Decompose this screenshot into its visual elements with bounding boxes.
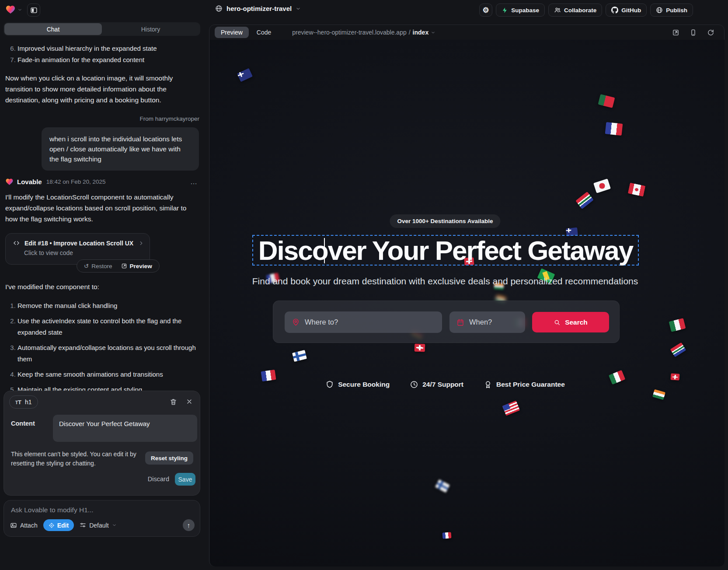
project-switcher[interactable]: hero-optimizer-travel (215, 5, 301, 12)
content-label: Content (11, 420, 35, 427)
github-icon (611, 7, 618, 14)
image-icon (10, 522, 17, 529)
content-field[interactable]: Discover Your Perfect Getaway (53, 415, 197, 442)
list-item: Improved visual hierarchy in the expande… (17, 43, 201, 54)
collaborate-button[interactable]: Collaborate (548, 3, 602, 17)
tab-history[interactable]: History (102, 23, 199, 35)
lovable-logo[interactable] (5, 4, 22, 15)
chevron-down-icon (112, 523, 117, 528)
restore-preview-pill: ↺ Restore Preview (77, 259, 160, 273)
supabase-icon (502, 7, 508, 14)
shield-icon (325, 380, 334, 389)
url-domain: preview--hero-optimizer-travel.lovable.a… (292, 29, 406, 36)
chat-sidebar: Chat History Improved visual hierarchy i… (0, 20, 206, 570)
mode-selector[interactable]: Default (80, 522, 116, 529)
url-page: index (413, 29, 429, 36)
feature-best-price: Best Price Guarantee (484, 380, 565, 389)
reset-styling-button[interactable]: Reset styling (145, 451, 193, 465)
search-button[interactable]: Search (532, 312, 609, 332)
feature-row: Secure Booking 24/7 Support Best Price G… (210, 380, 680, 389)
url-separator: / (409, 29, 411, 36)
feature-support: 24/7 Support (410, 380, 463, 389)
edit-card-title: Edit #18 • Improve Location Scroll UX (24, 240, 133, 247)
sidebar-tabs: Chat History (3, 22, 200, 36)
edit-mode-pill[interactable]: Edit (43, 519, 74, 531)
github-button[interactable]: GitHub (606, 3, 647, 17)
assistant-message-header: Lovable 18:42 on Feb 20, 2025 … (5, 178, 198, 186)
preview-pane: Preview Code preview--hero-optimizer-tra… (209, 24, 725, 567)
message-menu-button[interactable]: … (190, 178, 198, 186)
attach-button[interactable]: Attach (10, 522, 38, 529)
preview-url[interactable]: preview--hero-optimizer-travel.lovable.a… (292, 29, 435, 36)
preview-viewport: Over 1000+ Destinations Available Discov… (210, 40, 725, 567)
restore-icon: ↺ (84, 262, 89, 269)
edit-card-subtitle: Click to view code (6, 247, 150, 256)
send-button[interactable]: ↑ (183, 519, 195, 531)
panel-left-icon (30, 7, 38, 14)
refresh-icon[interactable] (707, 29, 714, 36)
mobile-view-icon[interactable] (690, 29, 697, 36)
publish-button[interactable]: Publish (650, 3, 693, 17)
location-pin-icon (292, 318, 300, 326)
element-tag-badge[interactable]: TT h1 (9, 395, 38, 409)
supabase-button[interactable]: Supabase (496, 3, 545, 17)
hero-section: Over 1000+ Destinations Available Discov… (210, 40, 680, 567)
calendar-icon (456, 318, 464, 326)
settings-button[interactable]: ⚙ (479, 3, 492, 17)
open-in-new-tab-icon[interactable] (672, 29, 679, 36)
assistant-name: Lovable (17, 178, 42, 185)
chevron-down-icon (17, 7, 22, 12)
preview-button[interactable]: Preview (117, 263, 157, 269)
hero-title[interactable]: Discover Your Perfect Getaway (258, 235, 633, 266)
globe-icon (656, 7, 663, 14)
style-note: This element can't be styled. You can ed… (11, 450, 150, 468)
assistant-intro: I'll modify the LocationScroll component… (5, 192, 197, 224)
sidebar-toggle-button[interactable] (27, 3, 40, 17)
restore-button[interactable]: ↺ Restore (80, 262, 117, 269)
tab-code[interactable]: Code (257, 29, 271, 36)
chevron-down-icon (431, 30, 435, 35)
discard-button[interactable]: Discard (148, 476, 169, 483)
arrow-up-icon: ↑ (187, 521, 191, 529)
ask-lovable-input[interactable] (11, 504, 190, 516)
search-icon (554, 319, 561, 326)
element-tag: h1 (25, 399, 32, 406)
assistant-paragraph: Now when you click on a location image, … (5, 73, 197, 105)
top-bar: hero-optimizer-travel ⚙ Supabase Collabo… (0, 0, 728, 20)
assistant-previous-list: Improved visual hierarchy in the expande… (17, 43, 201, 66)
external-link-icon (121, 263, 127, 269)
save-button[interactable]: Save (175, 473, 195, 486)
where-to-input[interactable]: Where to? (285, 311, 442, 333)
code-icon (13, 239, 20, 247)
close-icon[interactable] (186, 398, 193, 405)
target-icon (49, 522, 55, 528)
globe-icon (215, 5, 223, 12)
element-editor-panel: TT h1 Content Discover Your Perfect Geta… (3, 391, 200, 496)
assistant-outro: I've modified the component to: (5, 281, 197, 292)
list-item: Use the activeIndex state to control bot… (17, 315, 200, 338)
trash-icon[interactable] (170, 398, 177, 406)
award-icon (484, 380, 492, 389)
destinations-badge: Over 1000+ Destinations Available (390, 214, 500, 228)
people-icon (554, 7, 561, 14)
feature-secure-booking: Secure Booking (325, 380, 390, 389)
chevron-right-icon (138, 240, 144, 246)
clock-icon (410, 380, 418, 389)
preview-toolbar: Preview Code preview--hero-optimizer-tra… (209, 25, 724, 40)
assistant-steps-list: Remove the manual click handling Use the… (17, 300, 200, 399)
h1-selection-outline[interactable]: Discover Your Perfect Getaway (252, 235, 639, 266)
sliders-icon (80, 522, 86, 528)
chevron-down-icon (296, 6, 301, 11)
message-timestamp: 18:42 on Feb 20, 2025 (46, 178, 106, 185)
list-item: Fade-in animation for the expanded conte… (17, 54, 201, 66)
tab-preview[interactable]: Preview (215, 27, 249, 38)
heart-logo-icon (5, 4, 16, 15)
tab-chat[interactable]: Chat (4, 23, 102, 35)
when-input[interactable]: When? (449, 311, 525, 333)
text-caret (324, 238, 325, 263)
chat-input-panel: Attach Edit Default ↑ (3, 500, 200, 537)
heart-logo-icon (5, 178, 14, 186)
user-message-bubble: when i scroll into the individual locati… (42, 127, 199, 171)
list-item: Remove the manual click handling (17, 300, 200, 311)
project-name: hero-optimizer-travel (226, 5, 292, 12)
